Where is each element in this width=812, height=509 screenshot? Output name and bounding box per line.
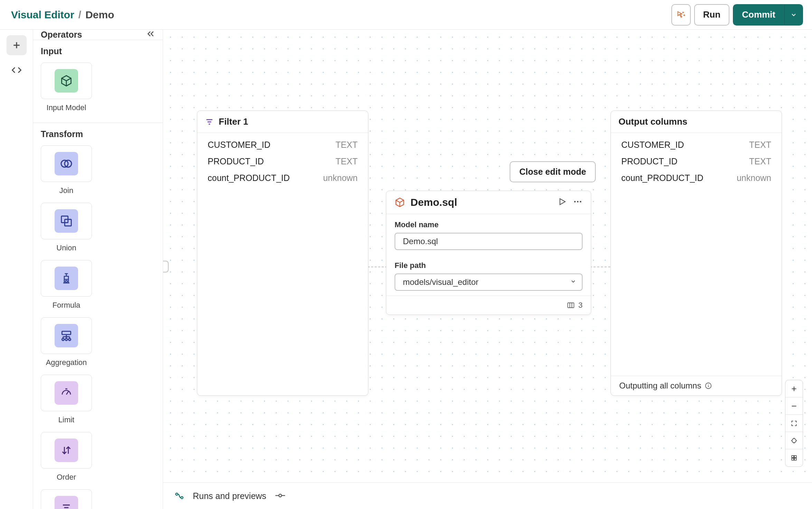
zoom-out-button[interactable]	[785, 397, 803, 415]
close-edit-mode-button[interactable]: Close edit mode	[510, 161, 596, 182]
operator-limit[interactable]: Limit	[41, 375, 92, 424]
operator-join[interactable]: Join	[41, 145, 92, 195]
column-type: unknown	[323, 173, 358, 183]
order-icon	[60, 444, 72, 456]
svg-line-15	[66, 392, 68, 395]
column-row: CUSTOMER_ID TEXT	[197, 136, 368, 153]
operator-union[interactable]: Union	[41, 203, 92, 252]
operator-filter[interactable]: Filter	[41, 489, 92, 509]
node-title: Output columns	[619, 116, 687, 127]
chevron-down-icon	[790, 11, 797, 18]
column-name: CUSTOMER_ID	[208, 140, 271, 150]
op-label: Aggregation	[46, 358, 87, 367]
file-path-label: File path	[395, 261, 583, 270]
formula-icon	[60, 272, 73, 285]
svg-point-53	[181, 497, 183, 499]
column-name: PRODUCT_ID	[621, 156, 678, 166]
cube-icon	[60, 75, 73, 87]
column-row: PRODUCT_ID TEXT	[197, 153, 368, 170]
svg-rect-34	[568, 303, 574, 308]
commit-dot-icon	[275, 492, 286, 499]
svg-point-14	[68, 338, 70, 340]
section-title-input: Input	[41, 46, 155, 56]
breadcrumb: Visual Editor / Demo	[11, 9, 114, 21]
node-filter[interactable]: Filter 1 CUSTOMER_ID TEXT PRODUCT_ID TEX…	[197, 111, 368, 396]
svg-point-31	[574, 201, 576, 203]
sidebar-header: Operators	[33, 30, 163, 40]
main-body: Operators Input Input Model	[0, 30, 812, 509]
minimap-button[interactable]	[785, 449, 803, 467]
node-footer: Outputting all columns	[611, 376, 782, 395]
sparkle-cursor-icon	[676, 10, 686, 20]
column-type: TEXT	[336, 140, 358, 150]
sidebar-title: Operators	[41, 30, 82, 40]
node-more-button[interactable]	[573, 197, 583, 208]
expand-icon	[791, 420, 797, 427]
lineage-toggle[interactable]	[275, 491, 286, 501]
svg-point-39	[708, 384, 709, 385]
node-header: Filter 1	[197, 111, 368, 133]
code-view-button[interactable]	[7, 60, 27, 80]
op-label: Order	[57, 473, 76, 482]
output-footer-text: Outputting all columns	[619, 381, 701, 391]
svg-point-55	[279, 494, 282, 497]
run-node-button[interactable]	[558, 197, 567, 208]
target-icon	[791, 437, 797, 444]
file-path-select[interactable]	[395, 273, 583, 291]
operator-order[interactable]: Order	[41, 432, 92, 482]
node-header: Demo.sql	[386, 191, 591, 214]
svg-point-12	[62, 338, 64, 340]
commit-dropdown-button[interactable]	[784, 4, 803, 26]
node-output-model[interactable]: Demo.sql Model name File path	[386, 191, 591, 315]
collapse-left-icon	[146, 30, 155, 37]
svg-point-33	[580, 201, 582, 203]
node-title: Filter 1	[219, 116, 248, 127]
runs-previews-button[interactable]: Runs and previews	[193, 491, 266, 501]
svg-rect-51	[794, 458, 796, 460]
node-output-columns[interactable]: Output columns CUSTOMER_ID TEXT PRODUCT_…	[611, 111, 782, 396]
minus-icon	[790, 402, 798, 410]
ai-compose-button[interactable]	[671, 4, 691, 26]
run-button[interactable]: Run	[694, 4, 730, 26]
op-label: Limit	[58, 415, 74, 424]
union-icon	[60, 214, 73, 228]
add-operator-button[interactable]	[7, 35, 27, 55]
node-header: Output columns	[611, 111, 782, 133]
model-name-input[interactable]	[395, 233, 583, 250]
cube-icon	[395, 197, 405, 208]
operator-formula[interactable]: Formula	[41, 260, 92, 310]
breadcrumb-sep: /	[78, 9, 81, 21]
op-tile	[41, 63, 92, 99]
canvas[interactable]: Filter 1 CUSTOMER_ID TEXT PRODUCT_ID TEX…	[163, 30, 812, 509]
svg-marker-30	[560, 199, 565, 204]
column-row: count_PRODUCT_ID unknown	[611, 170, 782, 186]
bottom-bar: Runs and previews	[163, 482, 812, 509]
operator-input-model[interactable]: Input Model	[41, 63, 92, 112]
runs-icon	[174, 491, 185, 501]
column-name: PRODUCT_ID	[208, 156, 264, 166]
fullscreen-button[interactable]	[785, 415, 803, 432]
svg-point-52	[176, 493, 178, 495]
breadcrumb-root[interactable]: Visual Editor	[11, 9, 74, 21]
svg-rect-48	[792, 455, 794, 458]
commit-button[interactable]: Commit	[733, 4, 784, 26]
plus-icon	[11, 40, 22, 50]
op-chip	[55, 69, 78, 93]
op-label: Formula	[53, 301, 81, 310]
zoom-in-button[interactable]	[785, 380, 803, 397]
column-type: unknown	[737, 173, 771, 183]
svg-point-32	[577, 201, 579, 203]
filter-icon	[61, 502, 72, 509]
column-count: 3	[578, 301, 583, 310]
operator-aggregation[interactable]: Aggregation	[41, 317, 92, 367]
info-icon	[705, 382, 712, 390]
open-input-port[interactable]	[163, 261, 169, 272]
column-row: PRODUCT_ID TEXT	[611, 153, 782, 170]
column-name: count_PRODUCT_ID	[621, 173, 704, 183]
column-type: TEXT	[749, 156, 771, 166]
left-rail	[0, 30, 33, 509]
op-label: Input Model	[47, 103, 86, 112]
sidebar-collapse-button[interactable]	[146, 30, 155, 39]
center-view-button[interactable]	[785, 432, 803, 449]
plus-icon	[790, 385, 798, 393]
